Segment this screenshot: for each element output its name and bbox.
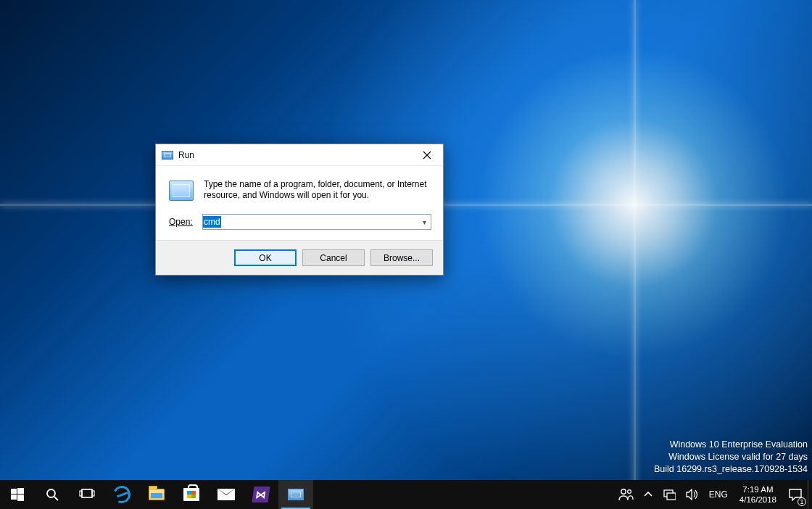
run-description: Type the name of a program, folder, docu… bbox=[204, 179, 431, 201]
open-label: Open: bbox=[169, 217, 196, 227]
edge-icon bbox=[111, 484, 133, 506]
cancel-button[interactable]: Cancel bbox=[302, 249, 365, 266]
taskbar-app-edge[interactable] bbox=[104, 480, 139, 509]
svg-rect-0 bbox=[11, 489, 17, 494]
run-icon bbox=[288, 489, 304, 500]
network-icon bbox=[663, 489, 676, 500]
tray-language[interactable]: ENG bbox=[704, 480, 733, 509]
svg-rect-12 bbox=[667, 493, 676, 500]
svg-rect-7 bbox=[80, 491, 82, 496]
tray-date: 4/16/2018 bbox=[740, 494, 776, 505]
taskbar-app-run[interactable] bbox=[278, 480, 313, 509]
svg-line-5 bbox=[54, 497, 58, 500]
windows-icon bbox=[11, 488, 24, 501]
chevron-up-icon bbox=[644, 490, 652, 499]
tray-time: 7:19 AM bbox=[740, 484, 776, 494]
ok-button[interactable]: OK bbox=[234, 249, 297, 266]
svg-rect-3 bbox=[17, 494, 24, 501]
svg-point-9 bbox=[621, 489, 626, 494]
svg-point-4 bbox=[47, 489, 55, 497]
search-button[interactable] bbox=[35, 480, 70, 509]
tray-action-center[interactable]: 1 bbox=[783, 480, 808, 509]
folder-icon bbox=[149, 489, 165, 500]
taskbar-app-store[interactable] bbox=[174, 480, 209, 509]
start-button[interactable] bbox=[0, 480, 35, 509]
tray-people[interactable] bbox=[613, 480, 639, 509]
task-view-button[interactable] bbox=[70, 480, 104, 509]
visual-studio-icon: ⋈ bbox=[252, 487, 270, 502]
notification-badge: 1 bbox=[798, 497, 806, 506]
store-icon bbox=[183, 488, 199, 501]
open-combobox[interactable]: cmd ▾ bbox=[202, 214, 431, 230]
run-button-row: OK Cancel Browse... bbox=[156, 240, 443, 275]
run-dialog: Run Type the name of a program, folder, … bbox=[155, 144, 444, 276]
tray-network[interactable] bbox=[658, 480, 681, 509]
tray-volume[interactable] bbox=[681, 480, 704, 509]
taskbar-app-file-explorer[interactable] bbox=[139, 480, 174, 509]
close-button[interactable] bbox=[410, 144, 443, 166]
chevron-down-icon[interactable]: ▾ bbox=[418, 218, 431, 226]
taskbar-app-visual-studio[interactable]: ⋈ bbox=[244, 480, 278, 509]
close-icon bbox=[423, 151, 431, 160]
svg-rect-1 bbox=[17, 488, 24, 494]
run-dialog-icon bbox=[169, 181, 194, 201]
run-title: Run bbox=[178, 150, 194, 160]
watermark-line: Build 16299.rs3_release.170928-1534 bbox=[654, 463, 808, 476]
svg-point-10 bbox=[627, 490, 631, 494]
tray-overflow[interactable] bbox=[639, 480, 658, 509]
run-titlebar[interactable]: Run bbox=[156, 144, 443, 166]
run-title-icon bbox=[162, 151, 173, 160]
svg-rect-8 bbox=[92, 491, 94, 496]
taskbar-app-mail[interactable] bbox=[209, 480, 244, 509]
show-desktop-button[interactable] bbox=[808, 480, 812, 509]
svg-rect-2 bbox=[11, 494, 17, 500]
watermark-line: Windows License valid for 27 days bbox=[654, 451, 808, 463]
people-icon bbox=[618, 487, 634, 502]
search-icon bbox=[45, 487, 59, 502]
activation-watermark: Windows 10 Enterprise Evaluation Windows… bbox=[654, 439, 808, 476]
task-view-icon bbox=[79, 488, 95, 501]
svg-rect-6 bbox=[82, 489, 92, 497]
watermark-line: Windows 10 Enterprise Evaluation bbox=[654, 439, 808, 451]
tray-clock[interactable]: 7:19 AM 4/16/2018 bbox=[733, 484, 783, 505]
browse-button[interactable]: Browse... bbox=[370, 249, 433, 266]
speaker-icon bbox=[686, 489, 699, 500]
open-value[interactable]: cmd bbox=[203, 216, 221, 228]
taskbar: ⋈ ENG 7:19 A bbox=[0, 480, 812, 509]
mail-icon bbox=[218, 489, 235, 500]
